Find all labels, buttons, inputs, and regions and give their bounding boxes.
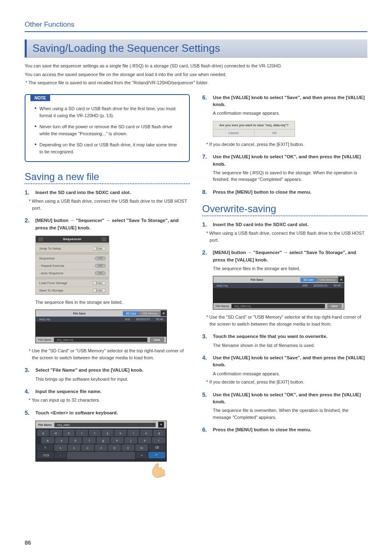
ow-step2-text: [MENU] button → "Sequencer" → select "Sa…: [213, 249, 367, 264]
enter-button: Enter: [93, 281, 106, 285]
tab-usb-memory: USB Memory: [139, 311, 161, 316]
step-num: 6.: [202, 426, 210, 433]
dotted-rule: [202, 215, 367, 216]
step1-note: * When using a USB flash drive, connect …: [32, 198, 190, 211]
step5-text: Touch <Enter> in software keyboard.: [35, 409, 118, 416]
intro-line-1: You can save the sequencer settings as a…: [25, 62, 367, 70]
off-toggle: OFF: [95, 271, 106, 275]
step7-body: The sequence file (.RSQ) is saved to the…: [213, 169, 367, 183]
menu-load: Load From Storage: [39, 281, 67, 285]
close-icon: ✕: [338, 277, 344, 282]
panel-title: Sequencer: [63, 237, 81, 241]
step-num: 5.: [202, 391, 210, 398]
dotted-rule: [25, 183, 190, 184]
confirm-message: Are you sure you want to save "seq_data.…: [213, 121, 295, 129]
ow-step4-text: Use the [VALUE] knob to select "Save", a…: [213, 354, 367, 369]
shift-key: ⇧: [37, 444, 53, 451]
cancel-button: Cancel: [213, 130, 254, 136]
left-column: NOTE When using a SD card or USB flash d…: [25, 94, 190, 489]
menu-save: Save To Storage: [39, 289, 63, 292]
arrow-icon: →: [247, 250, 252, 255]
sequencer-panel: Sequencer Jump To SetupEnter SequencerOF…: [35, 236, 109, 295]
ow-step5-text: Use the [VALUE] knob to select "OK", and…: [213, 391, 367, 406]
save-button: Save: [150, 338, 164, 342]
intro-line-2: You can access the saved sequence file o…: [25, 71, 367, 79]
step7-text: Use the [VALUE] knob to select "OK", and…: [213, 153, 367, 168]
file-name-label: File Name: [38, 338, 51, 341]
tab-sd-card: SD Card: [300, 278, 316, 282]
close-icon: ✕: [158, 422, 164, 428]
step6-note: * If you decide to cancel, press the [EX…: [210, 141, 367, 148]
keyboard-panel: File Name seq_data| ✕ qwertyuiop asdfghj…: [35, 421, 167, 462]
breadcrumb: Other Functions: [25, 21, 367, 32]
right-column: 6. Use the [VALUE] knob to select "Save"…: [202, 94, 367, 489]
menu-jump: Jump To Setup: [39, 247, 61, 250]
note-label: NOTE: [30, 95, 50, 101]
ow-step4-note: * If you decide to cancel, press the [EX…: [210, 379, 367, 386]
enter-button: Enter: [93, 289, 106, 292]
backspace-key: ⌫: [149, 444, 165, 451]
tab-sd-card: SD Card: [123, 311, 139, 316]
file-row: seq1.rsq 1KB 2023/01/31 09:46: [213, 283, 344, 288]
panel-title: File Save: [36, 312, 123, 315]
step3-body: This brings up the software keyboard for…: [35, 376, 190, 383]
ow-step3-text: Touch the sequence file that you want to…: [213, 333, 327, 340]
intro-line-3: * The sequence file is saved to and reca…: [25, 79, 367, 87]
enter-button: Enter: [93, 247, 106, 250]
note-item-3: Depending on the SD card or USB flash dr…: [35, 141, 181, 155]
step2-caption: The sequence files in the storage are li…: [35, 299, 190, 306]
step-num: 7.: [202, 153, 210, 160]
step4-note: * You can input up to 32 characters.: [32, 397, 190, 404]
overwrite-heading: Overwrite-saving: [202, 203, 367, 215]
back-icon: [38, 237, 43, 241]
close-icon: ✕: [161, 310, 166, 316]
arrow-icon: →: [70, 218, 75, 223]
kb-input: seq_data|: [54, 423, 156, 427]
page-title: Saving/Loading the Sequencer Settings: [32, 42, 362, 55]
step1-text: Insert the SD card into the SDXC card sl…: [35, 189, 131, 196]
note-item-2: Never turn off the power or remove the S…: [35, 123, 181, 137]
ow-step1-text: Insert the SD card into the SDXC card sl…: [213, 221, 309, 228]
step-num: 4.: [202, 354, 210, 361]
step-num: 1.: [25, 189, 32, 196]
step-num: 1.: [202, 221, 210, 228]
file-save-panel: File Save SD Card USB Memory ✕ seq1.rsq …: [213, 276, 344, 310]
step4-text: Input the sequence file name.: [35, 388, 101, 395]
off-toggle: OFF: [95, 257, 106, 260]
step-num: 4.: [25, 388, 32, 395]
ow-step2-body: The sequence files in the storage are li…: [213, 265, 367, 272]
ok-button: OK: [254, 130, 295, 136]
arrow-icon: →: [283, 250, 288, 255]
note-item-1: When using a SD card or USB flash drive …: [35, 105, 181, 119]
kb-label: File Name: [38, 423, 52, 426]
step-num: 6.: [202, 94, 210, 101]
step2-text: [MENU] button → "Sequencer" → select "Sa…: [35, 217, 190, 231]
panel-title: File Save: [213, 278, 300, 281]
step3-text: Select "File Name" and press the [VALUE]…: [35, 367, 143, 374]
step-num: 2.: [25, 217, 32, 224]
note-box: NOTE When using a SD card or USB flash d…: [25, 94, 190, 162]
step-num: 3.: [202, 333, 210, 340]
file-name-input: seq_data.rsq: [231, 304, 325, 308]
step-num: 3.: [25, 367, 32, 373]
file-row: seq1.rsq 1KB 2023/01/31 09:46: [36, 317, 166, 322]
ow-step3-body: The filename shown in the list of filena…: [213, 342, 367, 349]
step-num: 5.: [25, 409, 32, 416]
file-name-label: File Name: [216, 305, 229, 308]
ow-step6-text: Press the [MENU] button to close the men…: [213, 426, 311, 433]
tab-usb-memory: USB Memory: [316, 278, 338, 282]
arrow-icon: →: [106, 218, 111, 223]
step-num: 8.: [202, 189, 210, 195]
menu-sequencer: Sequencer: [39, 257, 55, 260]
file-save-panel: File Save SD Card USB Memory ✕ seq1.rsq …: [35, 310, 167, 343]
menu-auto: - Auto Sequence: [39, 271, 63, 275]
ow-step5-body: The sequence file is overwritten. When t…: [213, 407, 367, 421]
saving-new-heading: Saving a new file: [25, 171, 190, 183]
ow-step4-body: A confirmation message appears.: [213, 370, 367, 377]
step6-text: Use the [VALUE] knob to select "Save", a…: [213, 94, 367, 109]
step6-body: A confirmation message appears.: [213, 110, 367, 117]
pointing-hand-icon: [35, 466, 167, 483]
step-num: 2.: [202, 249, 210, 256]
intro-block: You can save the sequencer settings as a…: [25, 62, 367, 87]
enter-key: ↵: [148, 452, 165, 458]
